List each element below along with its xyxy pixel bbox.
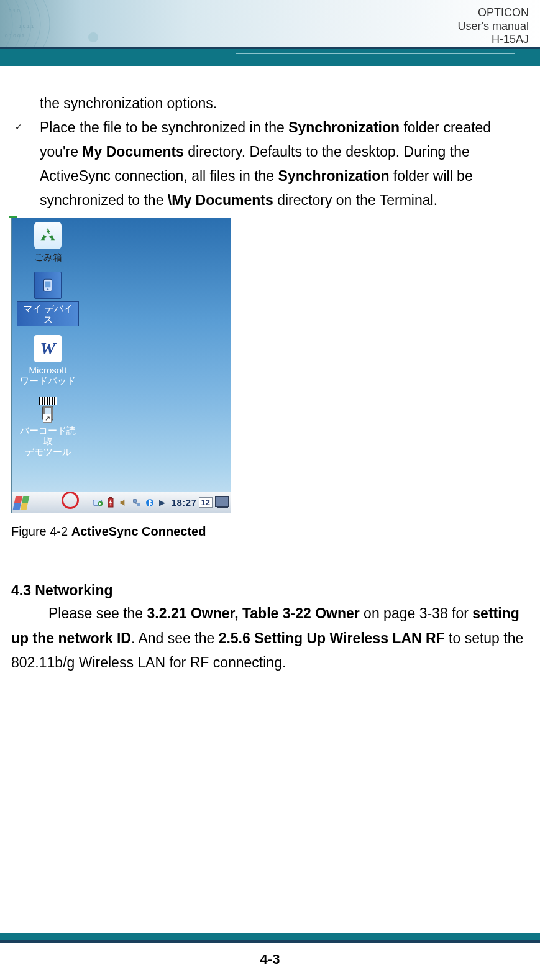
figure-caption-prefix: Figure 4-2 [11,524,71,538]
wordpad[interactable]: Microsoft ワードパッド [17,335,79,387]
networking-paragraph: Please see the 3.2.21 Owner, Table 3-22 … [11,602,529,674]
barcode-demo-tool[interactable]: ↗ バーコード読取 デモツール [17,395,79,457]
net-t2: on page 3-38 for [360,605,473,621]
green-tick-artifact [9,216,17,218]
annotation-red-circle [62,492,79,509]
start-button[interactable] [13,496,30,510]
svg-point-3 [88,32,98,42]
teal-bar-top [0,49,540,66]
battery-tray-icon[interactable] [105,497,116,508]
bullet-t5: directory on the Terminal. [273,192,437,208]
bluetooth-tray-icon[interactable] [144,497,155,508]
bullet-b2: My Documents [82,144,184,160]
activesync-tray-icon[interactable] [92,497,103,508]
recycle-bin[interactable]: ごみ箱 [17,222,79,262]
my-device[interactable]: マイ デバイス [17,272,79,327]
svg-text:0 1 0 0 1: 0 1 0 0 1 [5,33,25,39]
manual-subtitle: User's manual [458,20,529,34]
shortcut-overlay-icon: ↗ [43,414,52,423]
page-content: the synchronization options. ✓ Place the… [0,66,540,675]
bullet-b3: Synchronization [278,168,390,184]
show-desktop-icon[interactable] [217,497,228,508]
taskbar: ▶ 18:27 12 [12,492,231,513]
net-t3: . And see the [131,630,219,646]
net-t1: Please see the [48,605,147,621]
tray-icons: ▶ 18:27 12 [92,497,228,508]
wordpad-label-l1: Microsoft [17,365,79,375]
footer-bars [0,933,540,943]
taskbar-date[interactable]: 12 [199,497,213,508]
svg-rect-11 [133,500,136,503]
model-number: H-15AJ [458,33,529,47]
svg-rect-12 [137,503,140,506]
svg-rect-5 [45,281,51,287]
section-heading-networking: 4.3 Networking [11,582,529,599]
bullet-item: ✓ Place the file to be synchronized in t… [11,116,529,213]
net-b1: 3.2.21 Owner, Table 3-22 Owner [147,605,360,621]
svg-point-6 [47,288,49,290]
my-device-label: マイ デバイス [17,301,79,327]
barcode-icon: ↗ [34,395,62,423]
brand-name: OPTICON [458,6,529,20]
figure-caption-bold: ActiveSync Connected [71,524,206,538]
bullet-t1: Place the file to be synchronized in the [40,119,288,135]
bullet-b4: \My Documents [168,192,273,208]
wordpad-label-l2: ワードパッド [17,375,79,386]
bullet-b1: Synchronization [288,119,400,135]
sync-options-continuation: the synchronization options. [11,91,529,116]
page-number: 4-3 [0,951,540,968]
wordpad-icon [34,335,62,362]
my-device-icon [34,272,62,299]
recycle-bin-icon [34,222,62,249]
barcode-label-l1: バーコード読取 [17,425,79,447]
checkmark-bullet-icon: ✓ [11,116,40,132]
device-screenshot: ごみ箱 マイ デバイス Microsoft ワードパッド ↗ バーコー [11,218,231,513]
svg-text:0 1 0: 0 1 0 [9,8,20,14]
volume-tray-icon[interactable] [118,497,129,508]
bullet-text: Place the file to be synchronized in the… [40,116,529,213]
barcode-label-l2: デモツール [17,446,79,457]
header-text-block: OPTICON User's manual H-15AJ [458,6,529,47]
network-tray-icon[interactable] [131,497,142,508]
svg-rect-10 [109,497,112,498]
tray-expand-arrow-icon[interactable]: ▶ [159,498,165,507]
figure-caption: Figure 4-2 ActiveSync Connected [11,524,529,539]
taskbar-clock[interactable]: 18:27 [172,497,197,508]
net-b3: 2.5.6 Setting Up Wireless LAN RF [219,630,445,646]
desktop-area: ごみ箱 マイ デバイス Microsoft ワードパッド ↗ バーコー [12,218,231,492]
svg-text:1 0 1 1: 1 0 1 1 [19,24,34,29]
page-header-bg: 0 1 0 1 0 1 1 0 1 0 0 1 OPTICON User's m… [0,0,540,47]
recycle-bin-label: ごみ箱 [17,252,79,262]
